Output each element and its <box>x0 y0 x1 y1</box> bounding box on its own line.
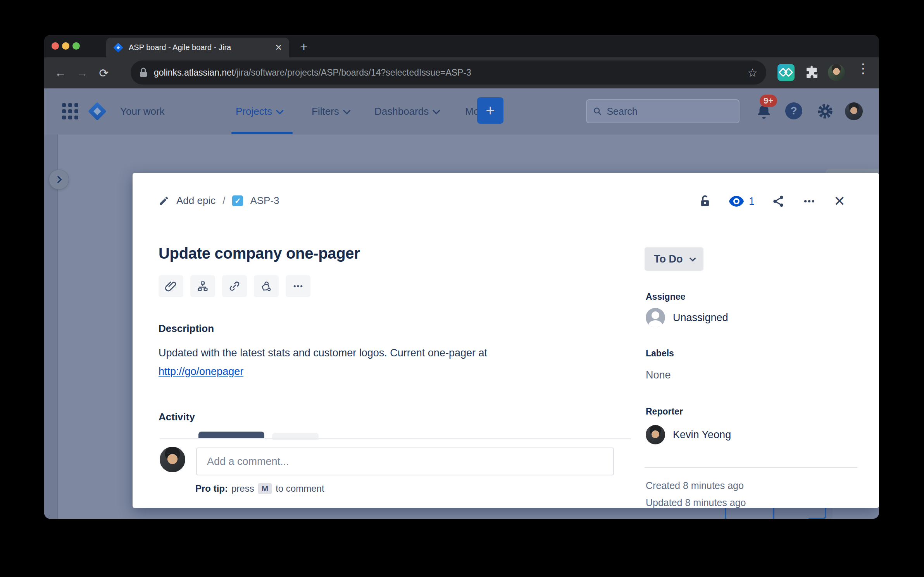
unlock-icon[interactable] <box>698 195 712 208</box>
sidebar-expand-button[interactable] <box>49 169 69 190</box>
notification-badge: 9+ <box>760 95 777 107</box>
global-search[interactable] <box>586 99 740 123</box>
unassigned-avatar <box>646 308 665 327</box>
activity-divider <box>160 438 631 439</box>
plus-icon: + <box>486 102 495 119</box>
screenshot-stage: ASP board - Agile board - Jira ✕ + ← → ⟳… <box>0 0 924 577</box>
assignee-value[interactable]: Unassigned <box>673 312 728 324</box>
breadcrumb-separator: / <box>222 195 225 207</box>
chevron-down-icon <box>276 107 284 114</box>
new-tab-icon[interactable]: + <box>300 39 308 54</box>
add-epic-link[interactable]: Add epic <box>176 195 215 207</box>
details-divider <box>645 467 857 468</box>
paperclip-icon <box>165 280 177 292</box>
description-body: Updated with the latest stats and custom… <box>159 347 487 359</box>
chrome-menu-icon[interactable]: ⋮ <box>857 66 870 71</box>
browser-toolbar: ← → ⟳ golinks.atlassian.net/jira/softwar… <box>44 57 879 88</box>
user-avatar[interactable] <box>845 102 863 120</box>
comment-user-avatar <box>160 447 185 472</box>
epic-pencil-icon <box>159 195 169 206</box>
add-apps-button[interactable] <box>254 275 279 297</box>
assignee-label: Assignee <box>646 292 685 302</box>
browser-tab[interactable]: ASP board - Agile board - Jira ✕ <box>106 38 289 57</box>
nav-item-projects[interactable]: Projects <box>236 105 281 117</box>
chrome-profile-avatar[interactable] <box>828 64 845 81</box>
status-dropdown[interactable]: To Do <box>645 247 703 271</box>
reporter-value[interactable]: Kevin Yeong <box>673 429 731 441</box>
keyboard-key-m: M <box>258 483 272 494</box>
app-switcher-icon[interactable] <box>62 103 79 120</box>
comment-protip: Pro tip: press M to comment <box>195 483 324 494</box>
browser-window: ASP board - Agile board - Jira ✕ + ← → ⟳… <box>44 35 879 519</box>
url-host: golinks.atlassian.net <box>154 67 234 78</box>
link-issue-button[interactable] <box>222 275 247 297</box>
link-icon <box>229 280 240 292</box>
issue-title[interactable]: Update company one-pager <box>159 245 360 262</box>
jira-nav-bar: Your work Projects Filters Dashboards Mo… <box>44 88 879 135</box>
tab-strip: ASP board - Agile board - Jira ✕ + <box>44 35 879 57</box>
issue-key-link[interactable]: ASP-3 <box>250 195 279 207</box>
golinks-extension-icon[interactable] <box>777 64 795 81</box>
url-path: /jira/software/projects/ASP/boards/14?se… <box>234 67 471 78</box>
search-icon <box>593 106 602 116</box>
create-issue-button[interactable]: + <box>477 97 503 124</box>
minimize-window-button[interactable] <box>62 42 69 50</box>
nav-item-dashboards[interactable]: Dashboards <box>374 105 438 117</box>
created-timestamp: Created 8 minutes ago <box>646 480 744 491</box>
task-type-icon[interactable]: ✓ <box>232 195 243 206</box>
close-tab-icon[interactable]: ✕ <box>275 43 282 53</box>
https-lock-icon <box>139 67 148 78</box>
attach-button[interactable] <box>159 275 183 297</box>
breadcrumb: Add epic / ✓ ASP-3 <box>159 195 279 207</box>
reporter-label: Reporter <box>646 406 683 417</box>
chevron-down-icon <box>690 255 696 261</box>
jira-logo[interactable] <box>88 102 107 121</box>
description-text[interactable]: Updated with the latest stats and custom… <box>159 344 616 381</box>
add-child-issue-button[interactable] <box>190 275 215 297</box>
more-actions-icon[interactable] <box>802 195 817 208</box>
projects-active-underline <box>231 132 293 134</box>
comment-input[interactable] <box>196 447 614 475</box>
extensions-puzzle-icon[interactable] <box>804 64 820 81</box>
zoom-window-button[interactable] <box>72 42 80 50</box>
help-icon[interactable]: ? <box>785 102 802 119</box>
nav-item-your-work[interactable]: Your work <box>120 105 165 117</box>
watchers-control[interactable]: 1 <box>729 195 755 207</box>
activity-heading: Activity <box>159 411 195 423</box>
ellipsis-icon <box>292 280 304 292</box>
protip-label: Pro tip: <box>195 483 228 494</box>
quick-actions <box>159 275 310 297</box>
issue-modal: Add epic / ✓ ASP-3 1 <box>133 173 879 508</box>
status-value: To Do <box>654 253 683 265</box>
description-link[interactable]: http://go/onepager <box>159 366 243 377</box>
subtask-hierarchy-icon <box>197 280 209 292</box>
close-modal-icon[interactable]: ✕ <box>834 193 845 209</box>
chevron-down-icon <box>433 107 440 114</box>
close-window-button[interactable] <box>52 42 59 50</box>
address-bar[interactable]: golinks.atlassian.net/jira/software/proj… <box>131 60 766 85</box>
description-heading: Description <box>159 323 214 335</box>
watchers-count: 1 <box>749 195 755 207</box>
activity-tab-selected[interactable] <box>198 432 264 439</box>
updated-timestamp: Updated 8 minutes ago <box>646 497 746 508</box>
more-quick-actions-button[interactable] <box>286 275 310 297</box>
search-input[interactable] <box>607 106 733 117</box>
apps-loop-icon <box>260 280 272 292</box>
board-sidebar-rail <box>44 135 58 519</box>
labels-label: Labels <box>646 348 674 359</box>
forward-icon[interactable]: → <box>71 66 93 79</box>
modal-header-actions: 1 ✕ <box>698 193 845 209</box>
reporter-avatar <box>646 425 665 444</box>
bookmark-star-icon[interactable]: ☆ <box>747 66 758 79</box>
jira-favicon <box>113 43 123 53</box>
settings-gear-icon[interactable] <box>816 102 834 120</box>
back-icon[interactable]: ← <box>50 66 71 79</box>
labels-value[interactable]: None <box>646 369 671 381</box>
reload-icon[interactable]: ⟳ <box>93 66 115 80</box>
nav-item-filters[interactable]: Filters <box>312 105 348 117</box>
tab-title: ASP board - Agile board - Jira <box>129 43 270 52</box>
chevron-down-icon <box>343 107 351 114</box>
share-icon[interactable] <box>772 195 785 208</box>
chevron-right-icon <box>54 176 62 183</box>
watch-eye-icon <box>729 195 744 207</box>
